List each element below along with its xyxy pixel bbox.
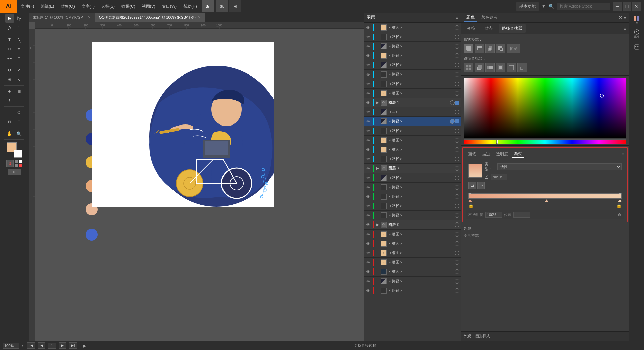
puppet-warp-tool[interactable]: ✳ [5, 75, 14, 84]
layer-item[interactable]: 👁 ＜路径＞ [364, 201, 461, 211]
menu-file[interactable]: 文件(F) [17, 0, 37, 13]
layer-group-3[interactable]: 👁 ▶ 图层 3 [364, 164, 461, 173]
type-tool[interactable]: T [5, 35, 14, 44]
layer-visibility-icon[interactable]: 👁 [365, 176, 371, 180]
layer-visibility-icon[interactable]: 👁 [365, 242, 371, 246]
layer-visibility-icon[interactable]: 👁 [365, 166, 371, 170]
layer-item[interactable]: 👁 ＜路径＞ [364, 192, 461, 201]
layer-visibility-icon[interactable]: 👁 [365, 251, 371, 255]
panel-menu-btn[interactable]: ≡ [624, 15, 626, 20]
menu-effect[interactable]: 效果(C) [118, 0, 139, 13]
tab-appearance[interactable]: 外观 [464, 334, 471, 339]
layer-item[interactable]: 👁 ＜路径＞ [364, 183, 461, 192]
layer-visibility-icon[interactable]: 👁 [365, 195, 371, 199]
layer-item[interactable]: 👁 ＜椭圆＞ [364, 267, 461, 277]
eyedropper-tool[interactable]: ⌇ [5, 96, 14, 105]
direct-selection-tool[interactable] [15, 14, 23, 23]
layer-item[interactable]: 👁 ○ ＜椭圆＞ [364, 230, 461, 239]
gradient-type-select[interactable]: 线性 径向 任意形状 [497, 163, 622, 170]
br-icon-btn[interactable]: Br [202, 0, 214, 12]
menu-window[interactable]: 窗口(W) [159, 0, 180, 13]
tab-0-close[interactable]: ✕ [88, 15, 91, 20]
layer-visibility-icon[interactable]: 👁 [365, 223, 371, 227]
layer-visibility-icon[interactable]: 👁 [365, 279, 371, 283]
color-stop-3[interactable] [618, 199, 622, 202]
menu-help[interactable]: 帮助(H) [180, 0, 200, 13]
opacity-stop-2[interactable] [618, 193, 622, 195]
layer-item[interactable]: 👁 ＜路径＞ [364, 286, 461, 295]
pen-tool[interactable] [5, 23, 14, 32]
artboard-mode-btn[interactable]: ⊞ [8, 169, 21, 175]
layer-visibility-icon[interactable]: 👁 [365, 63, 371, 67]
menu-view[interactable]: 视图(V) [139, 0, 159, 13]
gradient-position-input[interactable] [513, 212, 530, 218]
layer-item[interactable]: 👁 ＜路径＞ [364, 211, 461, 220]
gradient-options-btn[interactable]: ⋯ [477, 182, 485, 189]
layer-target-btn[interactable] [455, 157, 459, 161]
scale-tool[interactable]: ⤢ [15, 66, 23, 74]
color-stop-2[interactable] [545, 199, 548, 202]
gradient-lock-right-icon[interactable]: 🔒 [616, 203, 622, 208]
gradient-tab-opacity[interactable]: 透明度 [494, 151, 510, 158]
layer-visibility-icon[interactable]: 👁 [365, 289, 371, 293]
layer-item[interactable]: 👁 ○ ＜椭圆＞ [364, 23, 461, 32]
layer-item-selected[interactable]: 👁 ＜路径＞ [364, 117, 461, 126]
layer-item[interactable]: 👁 ○ ＜路径＞ [364, 51, 461, 60]
layer-target-btn[interactable] [455, 279, 459, 284]
pathfinder-minus-back-btn[interactable] [517, 63, 527, 72]
layer-target-btn[interactable] [455, 194, 459, 199]
canvas-content[interactable] [35, 29, 364, 341]
tab-transform[interactable]: 变换 [464, 24, 479, 33]
layer-target-btn[interactable] [455, 251, 459, 255]
tab-color-reference[interactable]: 颜色参考 [479, 13, 500, 22]
layer-item[interactable]: 👁 ＜路径＞ [364, 60, 461, 70]
background-color[interactable] [14, 150, 22, 158]
cc-libraries-btn[interactable]: CC [631, 41, 643, 53]
layer-collapse-arrow[interactable]: ▶ [375, 223, 380, 227]
opacity-stop-1[interactable] [468, 193, 472, 195]
gradient-angle-dropdown-icon[interactable]: ▼ [499, 175, 503, 179]
layer-visibility-icon[interactable]: 👁 [365, 270, 371, 274]
layer-visibility-icon[interactable]: 👁 [365, 101, 371, 105]
layer-visibility-icon[interactable]: 👁 [365, 204, 371, 208]
next-page-btn[interactable]: ▶ [59, 342, 66, 349]
layer-target-btn[interactable] [455, 138, 459, 143]
st-icon-btn[interactable]: St [216, 0, 228, 12]
gradient-tab-brush[interactable]: 画笔 [466, 151, 478, 158]
layer-item[interactable]: 👁 ○ ＜椭圆＞ [364, 258, 461, 267]
curvature-tool[interactable]: ⌇ [15, 23, 23, 32]
layer-item[interactable]: 👁 ○ ＜椭圆＞ [364, 145, 461, 154]
maximize-btn[interactable]: □ [623, 2, 631, 11]
layer-target-btn[interactable] [455, 25, 459, 30]
layer-item[interactable]: 👁 ＜路径＞ [364, 42, 461, 51]
menu-edit[interactable]: 编辑(E) [37, 0, 57, 13]
gradient-tab-stroke[interactable]: 描边 [480, 151, 492, 158]
close-btn[interactable]: ✕ [632, 2, 641, 11]
symbol-tool[interactable]: ⊛ [5, 87, 14, 96]
layer-item[interactable]: 👁 ＜路径＞ [364, 79, 461, 89]
shape-intersect-btn[interactable] [485, 44, 495, 53]
layer-item[interactable]: 👁 ○ ＜椭圆＞ [364, 136, 461, 145]
layer-target-btn[interactable] [455, 204, 459, 208]
gradient-delete-stop-btn[interactable]: 🗑 [618, 213, 622, 217]
layers-menu-btn[interactable]: ≡ [456, 15, 458, 20]
graph-tool[interactable]: ▦ [15, 87, 23, 96]
menu-type[interactable]: 文字(T) [78, 0, 98, 13]
panel-close-btn[interactable]: ✕ [618, 15, 622, 20]
measure-tool[interactable]: ⊥ [15, 96, 23, 105]
workspace-btn[interactable]: 基本功能 [516, 2, 539, 11]
layer-visibility-icon[interactable]: 👁 [365, 185, 371, 189]
tab-color[interactable]: 颜色 [464, 13, 477, 22]
workspace-dropdown-icon[interactable]: ▼ [542, 4, 546, 9]
layer-target-btn[interactable] [455, 222, 459, 227]
layer-target-btn[interactable] [455, 232, 459, 237]
prev-page-btn[interactable]: ◀ [38, 342, 45, 349]
layer-item[interactable]: 👁 ＜路径＞ [364, 154, 461, 164]
libraries-btn[interactable]: 库 [631, 14, 643, 26]
zoom-input[interactable] [3, 343, 19, 349]
properties-btn[interactable]: 属性 [631, 28, 643, 40]
hue-slider[interactable] [464, 139, 626, 143]
stock-search-input[interactable] [557, 3, 610, 10]
pathfinder-outline-btn[interactable] [507, 63, 516, 72]
layer-visibility-icon[interactable]: 👁 [365, 26, 371, 30]
